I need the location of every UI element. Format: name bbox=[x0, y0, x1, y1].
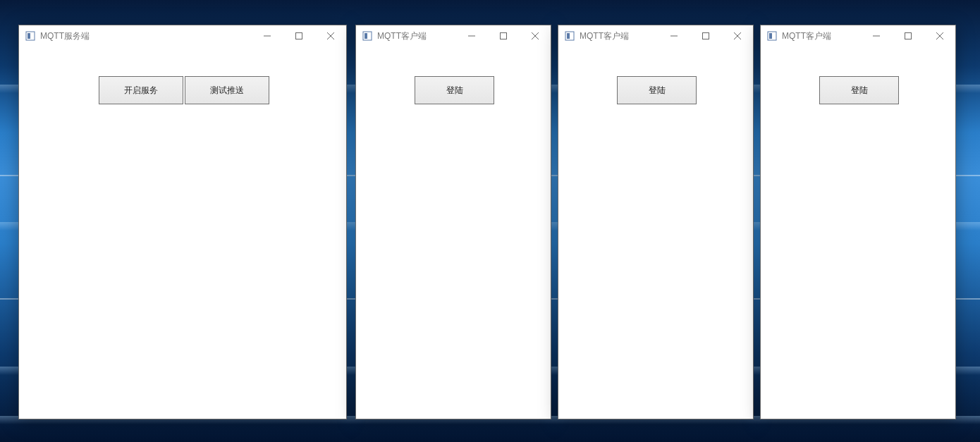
window-mqtt-server[interactable]: MQTT服务端 开启服务 测试推送 bbox=[18, 25, 347, 419]
maximize-button[interactable] bbox=[487, 25, 519, 47]
svg-rect-15 bbox=[905, 33, 911, 39]
svg-rect-6 bbox=[468, 36, 475, 37]
maximize-button[interactable] bbox=[892, 25, 924, 47]
window-title: MQTT客户端 bbox=[782, 30, 831, 42]
close-button[interactable] bbox=[314, 25, 346, 47]
svg-rect-14 bbox=[873, 36, 880, 37]
titlebar[interactable]: MQTT客户端 bbox=[356, 25, 551, 47]
svg-rect-5 bbox=[365, 33, 367, 39]
maximize-button[interactable] bbox=[283, 25, 314, 47]
minimize-button[interactable] bbox=[860, 25, 892, 47]
login-button[interactable]: 登陆 bbox=[819, 76, 899, 104]
client-area: 开启服务 测试推送 bbox=[19, 47, 346, 419]
window-title: MQTT服务端 bbox=[40, 30, 90, 42]
titlebar[interactable]: MQTT客户端 bbox=[761, 25, 955, 47]
start-service-button[interactable]: 开启服务 bbox=[99, 76, 183, 104]
login-button[interactable]: 登陆 bbox=[617, 76, 697, 104]
app-icon bbox=[564, 30, 575, 42]
login-button[interactable]: 登陆 bbox=[415, 76, 494, 104]
svg-rect-11 bbox=[702, 33, 709, 39]
close-button[interactable] bbox=[924, 25, 955, 47]
test-push-button[interactable]: 测试推送 bbox=[185, 76, 269, 104]
minimize-button[interactable] bbox=[251, 25, 283, 47]
window-title: MQTT客户端 bbox=[377, 30, 427, 42]
window-title: MQTT客户端 bbox=[580, 30, 629, 42]
svg-rect-10 bbox=[670, 36, 678, 37]
maximize-button[interactable] bbox=[690, 25, 721, 47]
window-mqtt-client-3[interactable]: MQTT客户端 登陆 bbox=[760, 25, 956, 419]
window-mqtt-client-2[interactable]: MQTT客户端 登陆 bbox=[558, 25, 754, 419]
close-button[interactable] bbox=[721, 25, 753, 47]
window-mqtt-client-1[interactable]: MQTT客户端 登陆 bbox=[355, 25, 551, 419]
app-icon bbox=[362, 30, 373, 42]
svg-rect-3 bbox=[295, 33, 302, 39]
titlebar[interactable]: MQTT客户端 bbox=[558, 25, 753, 47]
svg-rect-13 bbox=[769, 33, 772, 39]
client-area: 登陆 bbox=[356, 47, 551, 419]
close-button[interactable] bbox=[519, 25, 551, 47]
titlebar[interactable]: MQTT服务端 bbox=[19, 25, 346, 47]
client-area: 登陆 bbox=[761, 47, 955, 419]
svg-rect-7 bbox=[500, 33, 506, 39]
app-icon bbox=[25, 30, 36, 42]
svg-rect-1 bbox=[27, 33, 30, 39]
client-area: 登陆 bbox=[558, 47, 753, 419]
svg-rect-9 bbox=[567, 33, 570, 39]
app-icon bbox=[766, 30, 778, 42]
minimize-button[interactable] bbox=[455, 25, 487, 47]
minimize-button[interactable] bbox=[658, 25, 690, 47]
svg-rect-2 bbox=[264, 36, 271, 37]
